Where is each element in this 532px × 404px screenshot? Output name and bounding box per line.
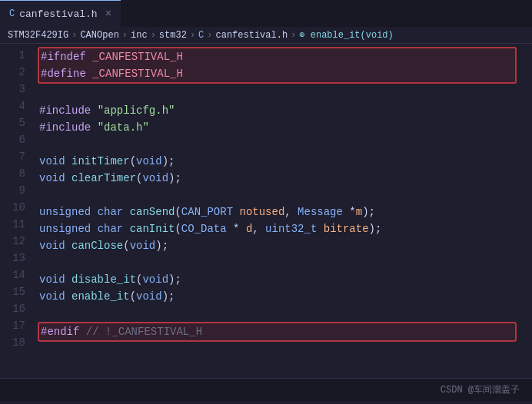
line-num-7: 7: [6, 148, 25, 165]
line-num-17: 17: [6, 317, 25, 334]
breadcrumb: STM32F429IG › CANOpen › inc › stm32 › C …: [0, 27, 532, 44]
code-line-13: [38, 254, 532, 271]
editor-area: 1 2 3 4 5 6 7 8 9 10 11 12 13 14 15 16 1…: [0, 44, 532, 378]
code-line-17: #endif // !_CANFESTIVAL_H: [39, 323, 515, 340]
code-line-14: void disable_it(void);: [38, 271, 532, 288]
tab-canfestival[interactable]: C canfestival.h ×: [0, 0, 121, 27]
line-num-5: 5: [6, 114, 25, 131]
breadcrumb-stm32: STM32F429IG: [8, 30, 68, 41]
line-num-18: 18: [6, 334, 25, 351]
status-bar: CSDN @车间溜盖子: [0, 378, 532, 401]
line-num-2: 2: [6, 64, 25, 81]
tab-label: canfestival.h: [19, 8, 97, 20]
code-line-9: [38, 187, 532, 204]
code-line-11: unsigned char canInit(CO_Data * d, uint3…: [38, 220, 532, 237]
tab-bar: C canfestival.h ×: [0, 0, 532, 27]
breadcrumb-inc: inc: [131, 30, 148, 41]
code-line-10: unsigned char canSend(CAN_PORT notused, …: [38, 204, 532, 220]
code-line-3: [38, 85, 532, 102]
code-line-12: void canClose(void);: [38, 237, 532, 254]
code-line-8: void clearTimer(void);: [38, 170, 532, 187]
line-num-9: 9: [6, 182, 25, 199]
breadcrumb-function: ⊕ enable_it(void): [299, 29, 393, 41]
code-line-2: #define _CANFESTIVAL_H: [39, 65, 515, 82]
breadcrumb-sep-6: ›: [291, 30, 296, 41]
breadcrumb-sep-3: ›: [151, 30, 156, 41]
code-line-15: void enable_it(void);: [38, 288, 532, 305]
line-num-12: 12: [6, 233, 25, 250]
code-line-1: #ifndef _CANFESTIVAL_H: [39, 48, 515, 65]
line-numbers: 1 2 3 4 5 6 7 8 9 10 11 12 13 14 15 16 1…: [0, 44, 35, 378]
line-num-10: 10: [6, 199, 25, 216]
line-num-13: 13: [6, 250, 25, 267]
line-num-4: 4: [6, 98, 25, 114]
line-num-14: 14: [6, 267, 25, 283]
breadcrumb-stm32-dir: stm32: [159, 30, 187, 41]
line-num-1: 1: [6, 47, 25, 64]
code-line-7: void initTimer(void);: [38, 153, 532, 170]
line-num-16: 16: [6, 300, 25, 317]
breadcrumb-sep-2: ›: [122, 30, 128, 41]
breadcrumb-sep-1: ›: [71, 30, 77, 41]
highlight-block-1: #ifndef _CANFESTIVAL_H #define _CANFESTI…: [38, 47, 517, 84]
code-line-18: [38, 342, 532, 359]
breadcrumb-file: canfestival.h: [215, 30, 288, 41]
watermark: CSDN @车间溜盖子: [441, 383, 520, 396]
code-line-16: [38, 305, 532, 322]
line-num-11: 11: [6, 216, 25, 233]
code-area: #ifndef _CANFESTIVAL_H #define _CANFESTI…: [35, 44, 532, 378]
breadcrumb-sep-5: ›: [207, 30, 212, 41]
line-num-6: 6: [6, 131, 25, 148]
highlight-block-2: #endif // !_CANFESTIVAL_H: [38, 322, 517, 342]
breadcrumb-c: C: [198, 30, 204, 41]
code-line-6: [38, 136, 532, 153]
tab-close-icon[interactable]: ×: [105, 8, 111, 20]
c-file-icon: C: [9, 8, 15, 19]
line-num-3: 3: [6, 81, 25, 98]
code-line-4: #include "applicfg.h": [38, 102, 532, 119]
line-num-8: 8: [6, 165, 25, 182]
breadcrumb-sep-4: ›: [190, 30, 195, 41]
code-line-5: #include "data.h": [38, 119, 532, 136]
breadcrumb-canopen: CANOpen: [80, 30, 118, 41]
line-num-15: 15: [6, 283, 25, 300]
